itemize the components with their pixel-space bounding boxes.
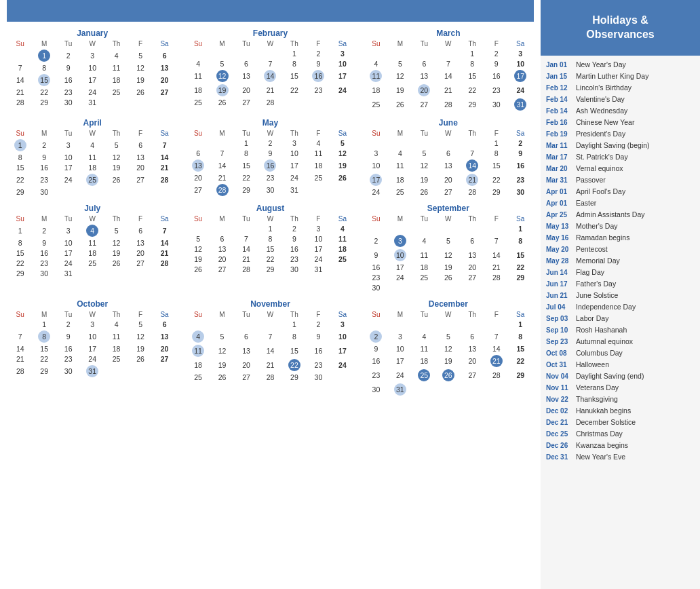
day-cell: 19 (436, 262, 460, 272)
holiday-name: Halloween (576, 360, 609, 370)
day-cell (412, 282, 436, 292)
month-table: SuMTuWThFSa 1234567891011121314151617181… (186, 214, 354, 274)
day-cell: 11 (104, 62, 128, 73)
day-cell: 28 (234, 264, 258, 274)
day-cell: 8 (32, 62, 56, 73)
day-cell: 24 (307, 254, 330, 264)
day-cell (186, 319, 210, 329)
day-cell: 26 (210, 97, 234, 107)
month-title: December (364, 299, 532, 309)
holiday-name: Mother's Day (576, 221, 618, 231)
day-cell: 17 (388, 262, 412, 272)
calendar-section: JanuarySuMTuWThFSa 123456789101112131415… (0, 0, 541, 589)
month-block-september: SeptemberSuMTuWThFSa 1234567891011121314… (363, 202, 534, 294)
day-cell: 12 (186, 244, 210, 254)
day-cell: 3 (80, 319, 104, 329)
holiday-name: Kwanzaa begins (576, 440, 628, 451)
month-title: November (186, 299, 354, 309)
day-cell: 8 (282, 58, 306, 69)
day-cell: 4 (412, 329, 436, 343)
day-cell: 31 (388, 382, 412, 396)
day-cell: 8 (461, 58, 484, 69)
day-cell: 19 (104, 248, 128, 258)
month-table: SuMTuWThFSa 1234567891011121314151617181… (364, 214, 532, 292)
day-cell: 24 (364, 187, 388, 197)
day-cell: 6 (128, 138, 152, 152)
day-cell: 18 (307, 158, 330, 172)
day-cell: 29 (484, 187, 508, 197)
holiday-name: Columbus Day (576, 348, 623, 358)
month-title: July (8, 204, 176, 213)
holiday-name: Ash Wednesday (576, 106, 627, 116)
holiday-item: Nov 22Thanksgiving (546, 394, 695, 404)
day-cell: 1 (282, 319, 306, 329)
holiday-date: May 20 (546, 245, 576, 254)
day-cell: 25 (307, 172, 330, 183)
holiday-date: Feb 19 (546, 130, 576, 139)
day-cell: 19 (210, 358, 234, 372)
holiday-item: Oct 31Halloween (546, 360, 695, 370)
holiday-date: May 28 (546, 256, 576, 266)
holiday-name: Pentecost (576, 244, 608, 254)
day-cell: 25 (104, 354, 128, 364)
day-cell: 29 (8, 187, 32, 197)
day-cell: 25 (330, 254, 355, 264)
day-cell: 18 (80, 162, 104, 172)
holiday-name: Thanksgiving (576, 394, 618, 404)
day-cell: 24 (56, 258, 80, 268)
main-container: JanuarySuMTuWThFSa 123456789101112131415… (0, 0, 700, 589)
holiday-date: Sep 10 (546, 326, 576, 335)
day-cell: 17 (388, 354, 412, 368)
day-cell: 14 (153, 152, 177, 162)
day-cell: 19 (388, 83, 412, 97)
day-cell (484, 223, 508, 233)
day-cell: 16 (32, 248, 56, 258)
day-cell: 30 (258, 183, 282, 197)
holiday-item: Feb 12Lincoln's Birthday (546, 83, 695, 93)
day-cell: 22 (8, 258, 32, 268)
day-cell: 28 (8, 364, 32, 378)
day-cell: 3 (388, 329, 412, 343)
month-table: SuMTuWThFSa 1234567891011121314151617181… (364, 129, 532, 197)
day-cell: 27 (436, 187, 460, 197)
day-cell: 7 (484, 233, 508, 248)
day-cell: 8 (484, 148, 508, 158)
day-cell (461, 282, 484, 292)
day-cell: 30 (364, 382, 388, 396)
holiday-item: May 20Pentecost (546, 244, 695, 254)
day-cell: 27 (186, 183, 210, 197)
day-cell: 7 (436, 58, 460, 69)
day-cell: 4 (388, 148, 412, 158)
day-cell: 29 (508, 272, 532, 282)
holiday-date: Apr 25 (546, 210, 576, 220)
holiday-name: Daylight Saving (end) (576, 371, 644, 381)
day-cell (436, 382, 460, 396)
day-cell: 30 (32, 187, 56, 197)
holiday-item: Dec 26Kwanzaa begins (546, 440, 695, 451)
holiday-item: Dec 21December Solstice (546, 417, 695, 428)
day-cell: 3 (330, 48, 355, 58)
day-cell (330, 372, 355, 382)
holiday-item: Feb 19President's Day (546, 129, 695, 139)
day-cell: 22 (32, 87, 56, 97)
holiday-name: Passover (576, 175, 606, 185)
day-cell (484, 319, 508, 329)
holiday-date: Dec 26 (546, 441, 576, 451)
day-cell: 19 (330, 158, 355, 172)
day-cell: 28 (461, 187, 484, 197)
day-cell: 29 (282, 372, 306, 382)
day-cell: 22 (282, 358, 306, 372)
day-cell: 28 (210, 183, 234, 197)
day-cell (412, 48, 436, 58)
day-cell: 12 (104, 238, 128, 248)
holiday-item: May 16Ramadan begins (546, 233, 695, 243)
day-cell: 30 (307, 372, 330, 382)
holiday-item: May 28Memorial Day (546, 256, 695, 266)
day-cell: 11 (307, 148, 330, 158)
day-cell (186, 138, 210, 148)
month-table: SuMTuWThFSa 1234567891011121314151617181… (364, 39, 532, 111)
day-cell: 5 (104, 223, 128, 238)
day-cell: 7 (153, 223, 177, 238)
day-cell (186, 48, 210, 58)
month-title: June (364, 118, 532, 128)
